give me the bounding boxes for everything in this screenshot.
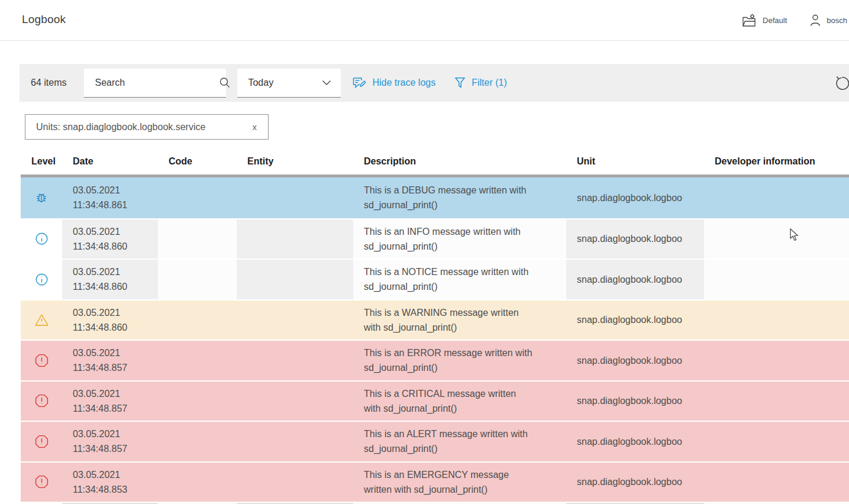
time-value: 11:34:48.860	[73, 320, 158, 335]
time-value: 11:34:48.857	[73, 360, 158, 375]
level-cell	[21, 382, 62, 421]
profile-selector[interactable]: Default	[742, 14, 787, 27]
code-cell	[158, 463, 237, 502]
filter-chip: Units: snap.diaglogbook.logbook.service …	[25, 114, 269, 140]
code-cell	[158, 382, 237, 421]
chip-close-button[interactable]: x	[250, 121, 260, 133]
entity-cell	[237, 260, 353, 299]
developer-info-cell	[704, 341, 849, 380]
description-cell: This is an INFO message written with sd_…	[353, 219, 566, 259]
search-icon[interactable]	[218, 76, 231, 89]
entity-cell	[237, 219, 353, 259]
error-icon	[35, 354, 49, 367]
table-row[interactable]: 03.05.202111:34:48.857This is an ALERT m…	[21, 421, 849, 461]
date-cell: 03.05.202111:34:48.857	[62, 341, 158, 380]
entity-cell	[237, 301, 353, 340]
level-cell	[21, 422, 62, 461]
date-value: 03.05.2021	[73, 183, 158, 198]
partial-cell	[237, 503, 353, 504]
table-row[interactable]: 03.05.202111:34:48.861This is a DEBUG me…	[21, 177, 849, 218]
partial-cell	[566, 503, 704, 504]
date-cell: 03.05.202111:34:48.860	[62, 301, 158, 340]
level-cell	[21, 177, 62, 218]
description-cell: This is a DEBUG message written with sd_…	[353, 177, 566, 218]
date-range-select[interactable]: Today	[237, 69, 341, 98]
date-value: 03.05.2021	[73, 345, 158, 360]
unit-cell: snap.diaglogbook.logboo	[566, 463, 704, 502]
date-value: 03.05.2021	[73, 224, 158, 239]
date-cell: 03.05.202111:34:48.861	[62, 177, 158, 218]
column-header-entity[interactable]: Entity	[237, 156, 353, 167]
top-bar: Logbook Default	[0, 0, 849, 41]
date-value: 03.05.2021	[73, 467, 158, 482]
unit-cell: snap.diaglogbook.logboo	[566, 341, 704, 380]
table-row-partial	[21, 502, 849, 504]
unit-cell: snap.diaglogbook.logboo	[566, 219, 704, 259]
table-row[interactable]: 03.05.202111:34:48.860This is a WARNING …	[21, 299, 849, 340]
items-count: 64 items	[31, 77, 66, 88]
table-row[interactable]: 03.05.202111:34:48.857This is an ERROR m…	[21, 340, 849, 380]
description-cell: This is an ERROR message written with sd…	[353, 341, 566, 380]
user-menu[interactable]: bosch	[809, 14, 847, 27]
developer-info-cell	[704, 422, 849, 461]
logbook-app: Logbook Default	[0, 0, 849, 504]
column-header-date[interactable]: Date	[62, 156, 158, 167]
entity-cell	[237, 341, 353, 380]
info-icon	[35, 232, 49, 245]
date-value: 03.05.2021	[73, 386, 158, 401]
level-cell	[21, 463, 62, 502]
column-header-code[interactable]: Code	[158, 156, 237, 167]
column-header-description[interactable]: Description	[353, 156, 566, 167]
code-cell	[158, 219, 237, 259]
table-row[interactable]: 03.05.202111:34:48.857This is a CRITICAL…	[21, 380, 849, 421]
description-cell: This is a WARNING message written with s…	[353, 301, 566, 340]
unit-cell: snap.diaglogbook.logboo	[566, 422, 704, 461]
date-cell: 03.05.202111:34:48.860	[62, 219, 158, 259]
table-row[interactable]: 03.05.202111:34:48.853This is an EMERGEN…	[21, 461, 849, 502]
folder-gear-icon	[742, 14, 757, 27]
code-cell	[158, 260, 237, 299]
search-box	[84, 69, 226, 98]
hide-trace-logs-button[interactable]: Hide trace logs	[353, 77, 435, 89]
table-row[interactable]: 03.05.202111:34:48.860This is an INFO me…	[21, 218, 849, 259]
table-row[interactable]: 03.05.202111:34:48.860This is a NOTICE m…	[21, 259, 849, 299]
date-cell: 03.05.202111:34:48.857	[62, 422, 158, 461]
partial-cell	[158, 503, 237, 504]
level-cell	[21, 260, 62, 299]
date-cell: 03.05.202111:34:48.853	[62, 463, 158, 502]
time-value: 11:34:48.860	[73, 239, 158, 254]
time-value: 11:34:48.860	[73, 279, 158, 294]
partial-cell	[704, 503, 849, 504]
filter-button[interactable]: Filter (1)	[454, 77, 507, 89]
date-cell: 03.05.202111:34:48.857	[62, 382, 158, 421]
code-cell	[158, 341, 237, 380]
chevron-down-icon	[322, 80, 331, 86]
column-header-developer-information[interactable]: Developer information	[704, 156, 849, 167]
description-cell: This is an EMERGENCY message written wit…	[353, 463, 566, 502]
time-value: 11:34:48.861	[73, 198, 158, 212]
user-label: bosch	[827, 16, 847, 25]
error-icon	[35, 435, 49, 448]
time-value: 11:34:48.853	[73, 482, 158, 497]
table-header: Level Date Code Entity Description Unit …	[21, 148, 849, 175]
description-cell: This is a NOTICE message written with sd…	[353, 260, 566, 299]
date-value: 03.05.2021	[73, 264, 158, 279]
search-input[interactable]	[93, 77, 218, 89]
error-icon	[35, 475, 49, 489]
trace-logs-icon	[353, 77, 366, 89]
date-range-value: Today	[248, 77, 273, 88]
entity-cell	[237, 177, 353, 218]
unit-cell: snap.diaglogbook.logboo	[566, 301, 704, 340]
reset-button[interactable]	[833, 75, 849, 92]
time-value: 11:34:48.857	[73, 441, 158, 456]
partial-cell	[62, 503, 158, 504]
column-header-unit[interactable]: Unit	[566, 156, 704, 167]
developer-info-cell	[704, 177, 849, 218]
unit-cell: snap.diaglogbook.logboo	[566, 177, 704, 218]
developer-info-cell	[704, 260, 849, 299]
profile-label: Default	[763, 16, 787, 25]
column-header-level[interactable]: Level	[21, 156, 62, 167]
filter-funnel-icon	[454, 77, 466, 89]
partial-cell	[353, 503, 566, 504]
reset-icon	[833, 75, 849, 92]
